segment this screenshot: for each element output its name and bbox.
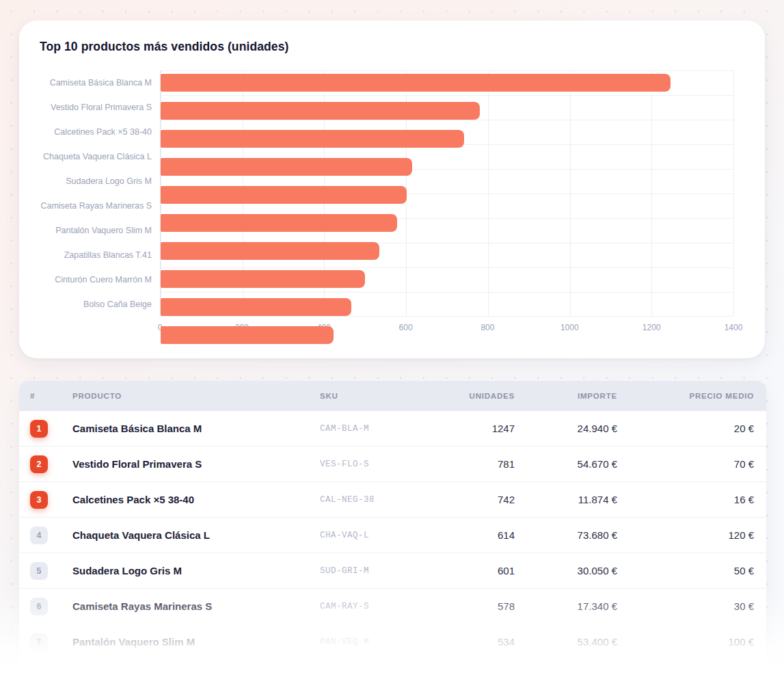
cell-producto: Sudadera Logo Gris M (72, 565, 320, 576)
cell-unidades: 578 (412, 600, 515, 612)
bar-chart: Camiseta Básica Blanca MVestido Floral P… (19, 70, 744, 317)
cell-importe: 54.670 € (515, 458, 617, 470)
cell-sku: VES-FLO-S (320, 460, 412, 469)
chart-bar-row (161, 102, 733, 127)
table-header-row: # PRODUCTO SKU UNIDADES IMPORTE PRECIO M… (19, 381, 766, 411)
chart-category-label: Camiseta Rayas Marineras S (19, 194, 160, 218)
top-products-chart-card: Top 10 productos más vendidos (unidades)… (19, 21, 765, 358)
table-row: 3 Calcetines Pack ×5 38-40 CAL-NEG-38 74… (19, 482, 766, 518)
cell-sku: CAM-RAY-S (320, 602, 412, 611)
cell-sku: PAN-VEQ-M (320, 637, 412, 647)
col-header-importe: IMPORTE (515, 392, 617, 400)
chart-category-label: Zapatillas Blancas T.41 (19, 243, 160, 267)
cell-producto: Camiseta Rayas Marineras S (72, 600, 320, 612)
bar-2 (161, 102, 480, 120)
chart-bar-row (161, 298, 733, 323)
col-header-precio-medio: PRECIO MEDIO (617, 392, 754, 400)
cell-producto: Camiseta Básica Blanca M (72, 423, 320, 434)
rank-badge: 6 (30, 598, 48, 615)
bar-4 (161, 158, 412, 176)
bar-6 (161, 214, 397, 232)
chart-category-labels: Camiseta Básica Blanca MVestido Floral P… (19, 70, 160, 317)
cell-importe: 73.680 € (515, 529, 617, 541)
table-row: 5 Sudadera Logo Gris M SUD-GRI-M 601 30.… (19, 553, 766, 589)
cell-unidades: 781 (412, 458, 515, 470)
chart-category-label: Sudadera Logo Gris M (19, 169, 160, 194)
chart-category-label: Pantalón Vaquero Slim M (19, 218, 160, 243)
cell-producto: Calcetines Pack ×5 38-40 (72, 494, 320, 505)
cell-sku: CAL-NEG-38 (320, 495, 412, 505)
rank-badge: 4 (30, 527, 48, 544)
table-row: 4 Chaqueta Vaquera Clásica L CHA-VAQ-L 6… (19, 518, 766, 553)
bar-9 (161, 298, 351, 316)
cell-unidades: 601 (412, 565, 515, 576)
rank-badge: 2 (30, 455, 48, 473)
table-row: 2 Vestido Floral Primavera S VES-FLO-S 7… (19, 447, 766, 482)
cell-sku: SUD-GRI-M (320, 566, 412, 576)
cell-precio-medio: 120 € (617, 529, 754, 541)
cell-precio-medio: 20 € (617, 423, 754, 434)
cell-unidades: 742 (412, 494, 515, 505)
rank-badge: 5 (30, 562, 48, 580)
cell-unidades: 1247 (412, 423, 515, 434)
bar-10 (161, 326, 334, 344)
cell-importe: 11.874 € (515, 494, 617, 505)
bar-1 (161, 74, 671, 92)
cell-unidades: 614 (412, 529, 515, 541)
rank-badge: 3 (30, 491, 48, 509)
bar-3 (161, 130, 464, 148)
col-header-unidades: UNIDADES (412, 392, 515, 400)
cell-importe: 17.340 € (515, 600, 617, 612)
cell-unidades: 534 (412, 636, 515, 648)
chart-category-label: Chaqueta Vaquera Clásica L (19, 144, 160, 169)
chart-bar-row (161, 158, 733, 183)
bar-5 (161, 186, 407, 204)
cell-precio-medio: 100 € (617, 636, 754, 648)
cell-precio-medio: 30 € (617, 600, 754, 612)
bar-7 (161, 242, 379, 260)
chart-bar-row (161, 270, 733, 295)
table-row: 6 Camiseta Rayas Marineras S CAM-RAY-S 5… (19, 589, 766, 624)
cell-producto: Vestido Floral Primavera S (72, 458, 320, 470)
cell-importe: 24.940 € (515, 423, 617, 434)
col-header-producto: PRODUCTO (72, 392, 320, 400)
rank-badge: 7 (30, 633, 48, 651)
chart-category-label: Cinturón Cuero Marrón M (19, 267, 160, 292)
chart-bar-row (161, 74, 733, 98)
chart-title: Top 10 productos más vendidos (unidades) (19, 40, 744, 54)
cell-precio-medio: 50 € (617, 565, 754, 576)
chart-plot-area (160, 70, 733, 317)
chart-category-label: Bolso Caña Beige (19, 292, 160, 317)
bar-8 (161, 270, 365, 288)
cell-producto: Chaqueta Vaquera Clásica L (72, 529, 320, 541)
chart-bar-row (161, 242, 733, 267)
cell-importe: 53.400 € (515, 636, 617, 648)
chart-bar-row (161, 214, 733, 239)
cell-sku: CHA-VAQ-L (320, 531, 412, 540)
chart-bar-row (161, 130, 733, 155)
cell-precio-medio: 16 € (617, 494, 754, 505)
chart-gridline (733, 70, 734, 316)
table-row: 7 Pantalón Vaquero Slim M PAN-VEQ-M 534 … (19, 624, 766, 660)
cell-importe: 30.050 € (515, 565, 617, 576)
chart-category-label: Camiseta Básica Blanca M (19, 70, 160, 95)
cell-producto: Pantalón Vaquero Slim M (72, 636, 320, 648)
chart-bar-row (161, 326, 733, 351)
cell-sku: CAM-BLA-M (320, 424, 412, 434)
chart-category-label: Calcetines Pack ×5 38-40 (19, 120, 160, 144)
rank-badge: 1 (30, 420, 48, 438)
top-products-table-card: # PRODUCTO SKU UNIDADES IMPORTE PRECIO M… (19, 381, 766, 677)
table-body: 1 Camiseta Básica Blanca M CAM-BLA-M 124… (19, 411, 766, 660)
cell-precio-medio: 70 € (617, 458, 754, 470)
col-header-sku: SKU (320, 392, 412, 400)
chart-bar-row (161, 186, 733, 211)
table-row: 1 Camiseta Básica Blanca M CAM-BLA-M 124… (19, 411, 766, 447)
chart-category-label: Vestido Floral Primavera S (19, 95, 160, 120)
col-header-rank: # (30, 392, 72, 400)
